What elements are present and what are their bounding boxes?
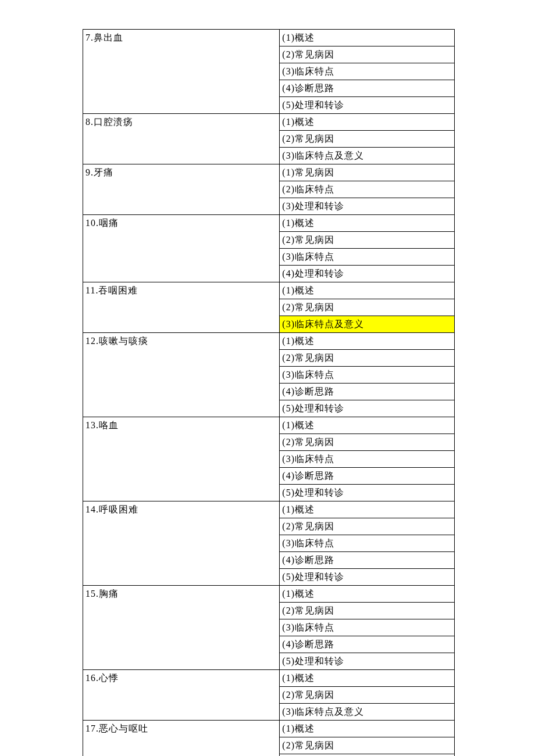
subtopic: (3)处理和转诊 bbox=[280, 198, 455, 215]
subtopic: (2)临床特点 bbox=[280, 181, 455, 198]
subtopic: (1)概述 bbox=[280, 114, 455, 131]
subtopic: (5)处理和转诊 bbox=[280, 485, 455, 501]
table-row: 15.胸痛(1)概述 bbox=[83, 586, 455, 603]
topic-title: 15.胸痛 bbox=[83, 586, 280, 670]
subtopic: (3)临床特点 bbox=[280, 535, 455, 552]
subtopic: (3)临床特点 bbox=[280, 754, 455, 757]
subtopic: (2)常见病因 bbox=[280, 737, 455, 754]
subtopic: (2)常见病因 bbox=[280, 131, 455, 148]
subtopic: (2)常见病因 bbox=[280, 46, 455, 63]
subtopic: (1)概述 bbox=[280, 586, 455, 603]
subtopic: (3)临床特点 bbox=[280, 367, 455, 384]
subtopic: (1)概述 bbox=[280, 215, 455, 232]
topic-title: 17.恶心与呕吐 bbox=[83, 721, 280, 757]
subtopic: (3)临床特点 bbox=[280, 619, 455, 636]
subtopic: (1)概述 bbox=[280, 501, 455, 518]
subtopic: (5)处理和转诊 bbox=[280, 653, 455, 670]
subtopic: (4)诊断思路 bbox=[280, 552, 455, 569]
subtopic: (5)处理和转诊 bbox=[280, 569, 455, 586]
topic-title: 13.咯血 bbox=[83, 417, 280, 501]
subtopic: (1)常见病因 bbox=[280, 164, 455, 181]
topic-title: 12.咳嗽与咳痰 bbox=[83, 333, 280, 417]
topic-title: 7.鼻出血 bbox=[83, 30, 280, 114]
subtopic: (1)概述 bbox=[280, 670, 455, 687]
subtopic: (2)常见病因 bbox=[280, 434, 455, 451]
subtopic: (1)概述 bbox=[280, 721, 455, 737]
subtopic: (3)临床特点 bbox=[280, 63, 455, 80]
subtopic: (2)常见病因 bbox=[280, 603, 455, 619]
subtopic: (2)常见病因 bbox=[280, 232, 455, 249]
subtopic: (3)临床特点 bbox=[280, 451, 455, 468]
table-row: 8.口腔溃疡(1)概述 bbox=[83, 114, 455, 131]
topic-title: 8.口腔溃疡 bbox=[83, 114, 280, 164]
table-row: 12.咳嗽与咳痰(1)概述 bbox=[83, 333, 455, 350]
table-row: 10.咽痛(1)概述 bbox=[83, 215, 455, 232]
subtopic: (1)概述 bbox=[280, 333, 455, 350]
table-row: 16.心悸(1)概述 bbox=[83, 670, 455, 687]
topic-title: 16.心悸 bbox=[83, 670, 280, 721]
table-row: 9.牙痛(1)常见病因 bbox=[83, 164, 455, 181]
table-row: 11.吞咽困难(1)概述 bbox=[83, 282, 455, 299]
subtopic: (2)常见病因 bbox=[280, 350, 455, 367]
subtopic: (4)处理和转诊 bbox=[280, 266, 455, 282]
subtopic: (2)常见病因 bbox=[280, 518, 455, 535]
subtopic: (2)常见病因 bbox=[280, 299, 455, 316]
subtopic: (5)处理和转诊 bbox=[280, 97, 455, 114]
subtopic: (4)诊断思路 bbox=[280, 80, 455, 97]
topic-title: 11.吞咽困难 bbox=[83, 282, 280, 333]
subtopic: (3)临床特点及意义 bbox=[280, 148, 455, 164]
topic-title: 10.咽痛 bbox=[83, 215, 280, 282]
subtopic: (4)诊断思路 bbox=[280, 384, 455, 400]
subtopic: (4)诊断思路 bbox=[280, 636, 455, 653]
subtopic: (3)临床特点 bbox=[280, 249, 455, 266]
topic-title: 14.呼吸困难 bbox=[83, 501, 280, 586]
outline-table: 7.鼻出血(1)概述(2)常见病因(3)临床特点(4)诊断思路(5)处理和转诊8… bbox=[83, 29, 455, 756]
subtopic: (1)概述 bbox=[280, 30, 455, 46]
subtopic: (3)临床特点及意义 bbox=[280, 704, 455, 721]
subtopic: (5)处理和转诊 bbox=[280, 400, 455, 417]
subtopic: (2)常见病因 bbox=[280, 687, 455, 704]
subtopic: (1)概述 bbox=[280, 417, 455, 434]
subtopic: (1)概述 bbox=[280, 282, 455, 299]
subtopic: (4)诊断思路 bbox=[280, 468, 455, 485]
subtopic: (3)临床特点及意义 bbox=[280, 316, 455, 333]
table-row: 14.呼吸困难(1)概述 bbox=[83, 501, 455, 518]
table-row: 17.恶心与呕吐(1)概述 bbox=[83, 721, 455, 737]
table-row: 7.鼻出血(1)概述 bbox=[83, 30, 455, 46]
table-row: 13.咯血(1)概述 bbox=[83, 417, 455, 434]
topic-title: 9.牙痛 bbox=[83, 164, 280, 215]
